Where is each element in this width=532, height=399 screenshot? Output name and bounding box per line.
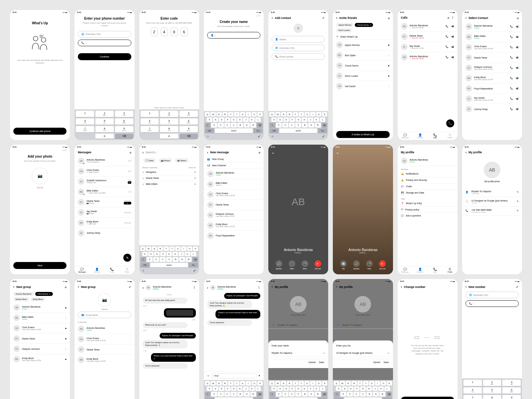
contact-row[interactable]: BEBillie Eillish✓ Okay thank you billie7… — [74, 187, 134, 197]
search-icon[interactable]: ⌕ — [259, 151, 260, 154]
numeric-keypad[interactable]: 12ABC3DEF4GHI5JKL6MNO7PQRS8TUV9WXYZ0⌫ — [139, 109, 199, 140]
key-3[interactable]: 3DEF — [180, 111, 198, 117]
profile-field[interactable]: 👤Reyfan Tio SaputroYour name✎ — [462, 188, 522, 197]
call-icon[interactable]: 📞 — [446, 46, 449, 48]
contact-row[interactable]: SJScarlett JohanssonThanks ray!7:032 — [74, 177, 134, 187]
checkbox[interactable]: ○ — [65, 347, 66, 350]
go-key[interactable]: Go — [382, 397, 392, 399]
send-icon[interactable]: ➤ — [258, 374, 260, 377]
search-icon[interactable]: ⌕ — [517, 16, 519, 20]
video-icon[interactable]: 📹 — [516, 87, 519, 90]
contact-row[interactable]: ABAntonio BanderasOnline — [74, 324, 134, 334]
contact-row[interactable]: CEChris Evans✓ Hello there?8:45 — [74, 166, 134, 177]
edit-icon[interactable]: ✎ — [517, 191, 519, 194]
back-icon[interactable]: ‹ — [336, 16, 337, 20]
checkbox[interactable]: ○ — [388, 85, 390, 88]
back-icon[interactable]: ‹ — [78, 285, 79, 289]
contact-row[interactable]: ISIlay Serah↗ June 21, 14:33📞📹 — [398, 42, 458, 52]
key-9[interactable]: 9WXYZ — [115, 126, 133, 132]
key-7[interactable]: 7PQRS — [464, 395, 482, 399]
name-input[interactable]: 👤| — [207, 32, 260, 39]
contact-row[interactable]: ISIlay Serah📹 VideoYesterday — [74, 207, 134, 218]
contact-row[interactable]: EBEmily BluntLast seen today at 8:33● — [10, 354, 70, 364]
video-icon[interactable]: 📹 — [516, 36, 519, 38]
go-key[interactable]: Go — [318, 128, 327, 133]
group-name-input[interactable]: 👥Group Name — [78, 312, 131, 318]
call-icon[interactable]: 📞 — [446, 56, 449, 59]
more-icon[interactable]: ⋮ — [257, 286, 260, 289]
key-0[interactable]: 0 — [95, 134, 114, 139]
save-button[interactable]: Save — [384, 361, 389, 363]
keyboard[interactable]: QWERTYUIOPASDFGHJKL⇧ZXCVBNM⌫123spaceGo☺🎤 — [333, 380, 393, 399]
contact-row[interactable]: ABAntonio BanderasOnline● — [10, 303, 70, 313]
space-key[interactable]: space — [279, 397, 317, 399]
backspace-key[interactable]: ⌫ — [115, 134, 133, 139]
space-key[interactable]: space — [150, 263, 188, 267]
key-5[interactable]: 5JKL — [483, 387, 501, 394]
new-call-fab[interactable]: 📞 — [446, 119, 454, 127]
contact-row[interactable]: GGGal Gadot○ — [333, 81, 393, 91]
tab-bar[interactable]: 💬Messages👤Contacts📞Calls☰Profile — [398, 266, 458, 274]
bio-input[interactable]: UI Designer at Google (just dream) — [336, 352, 385, 354]
remove-icon[interactable]: × — [195, 177, 196, 179]
mute-button[interactable]: 🎤Mute — [302, 260, 308, 270]
backspace-key[interactable]: ⌫ — [386, 392, 392, 397]
call-icon[interactable]: 📞 — [510, 36, 513, 38]
backspace-key[interactable]: ⌫ — [180, 134, 198, 139]
key-4[interactable]: 4GHI — [76, 118, 94, 125]
video-icon[interactable]: 📹 — [451, 46, 454, 48]
resend-link[interactable]: Didn't get the code? Resent code — [139, 106, 199, 109]
call-icon[interactable]: 📞 — [510, 108, 513, 110]
back-icon[interactable]: ‹ — [207, 286, 208, 290]
back-icon[interactable]: ‹ — [272, 16, 273, 20]
region-select[interactable]: 🌐Indonesia (+62) — [466, 292, 519, 298]
mute-button[interactable]: 🎤Mute — [366, 260, 373, 270]
video-icon[interactable]: 📹 — [516, 108, 519, 110]
help-row[interactable]: 🛡Privacy policy — [398, 207, 458, 213]
key-7[interactable]: 7PQRS — [76, 126, 94, 132]
contact-row[interactable]: DJDwayne JohnsonLast seen today at 6:02 — [204, 210, 264, 220]
space-key[interactable]: space — [344, 397, 382, 399]
backspace-key[interactable]: ⌫ — [322, 392, 328, 397]
call-icon[interactable]: 📞 — [510, 87, 513, 90]
search-icon[interactable]: ⌕ — [388, 16, 390, 20]
numeric-keypad[interactable]: 12ABC3DEF4GHI5JKL6MNO7PQRS8TUV9WXYZ0⌫ — [74, 109, 134, 140]
backspace-key[interactable]: ⌫ — [257, 123, 263, 128]
shift-key[interactable]: ⇧ — [334, 392, 340, 397]
profile-field[interactable]: 📞+62 999 9999 0000Your phone number✎ — [462, 206, 522, 216]
mic-key[interactable]: 🎤 — [256, 134, 263, 138]
cancel-button[interactable]: Cancel — [373, 361, 380, 363]
keyboard[interactable]: QWERTYUIOPASDFGHJKL⇧ZXCVBNM⌫123spaceGo☺🎤 — [204, 111, 264, 140]
tab-profile[interactable]: ☰Profile — [443, 268, 458, 273]
check-icon[interactable]: ✓ — [129, 285, 131, 289]
tab-messages[interactable]: 💬Messages — [398, 268, 413, 273]
continue-button[interactable]: Continue — [78, 53, 131, 60]
key-2[interactable]: 2ABC — [95, 111, 114, 117]
mic-key[interactable]: 🎤 — [320, 134, 327, 138]
checkbox[interactable]: ● — [65, 306, 66, 309]
phone-input[interactable]: 📞| — [78, 40, 131, 46]
back-icon[interactable]: ‹ — [143, 286, 144, 290]
backspace-key[interactable]: ⌫ — [257, 392, 263, 397]
more-icon[interactable]: ⋮ — [193, 286, 196, 289]
emoji-key[interactable]: ☺ — [140, 269, 191, 273]
tab-messages[interactable]: 💬Messages — [74, 268, 89, 273]
phone-input[interactable]: 📞Phone number — [272, 53, 325, 60]
phone-input[interactable]: 📞| — [466, 300, 519, 307]
contact-row[interactable]: EBEmily BluntLast seen today at 8:33 — [204, 220, 264, 231]
contact-row[interactable]: ABAntonio Banderas↙ June 18, 18:20📞📹 — [398, 52, 458, 62]
call-icon[interactable]: 📞 — [510, 46, 513, 49]
contact-row[interactable]: BEBillie EillishOnline○ — [10, 313, 70, 323]
contact-row[interactable]: CEChris EvansLast seen today at 8:40 — [74, 334, 134, 344]
key-1[interactable]: 1 — [141, 111, 159, 117]
code-input[interactable]: 2406 — [139, 24, 199, 40]
back-icon[interactable]: ‹ — [13, 285, 14, 289]
key-9[interactable]: 9WXYZ — [502, 395, 521, 399]
video-icon[interactable]: 📹 — [516, 97, 519, 100]
checkbox[interactable]: ● — [388, 74, 390, 77]
backspace-key[interactable]: ⌫ — [322, 123, 328, 128]
video-button[interactable]: 📹Video — [289, 260, 295, 270]
speaker-button[interactable]: 🔊Speaker — [276, 260, 282, 270]
tab-contacts[interactable]: 👤Contacts — [413, 133, 428, 139]
key-9[interactable]: 9WXYZ — [180, 126, 198, 132]
